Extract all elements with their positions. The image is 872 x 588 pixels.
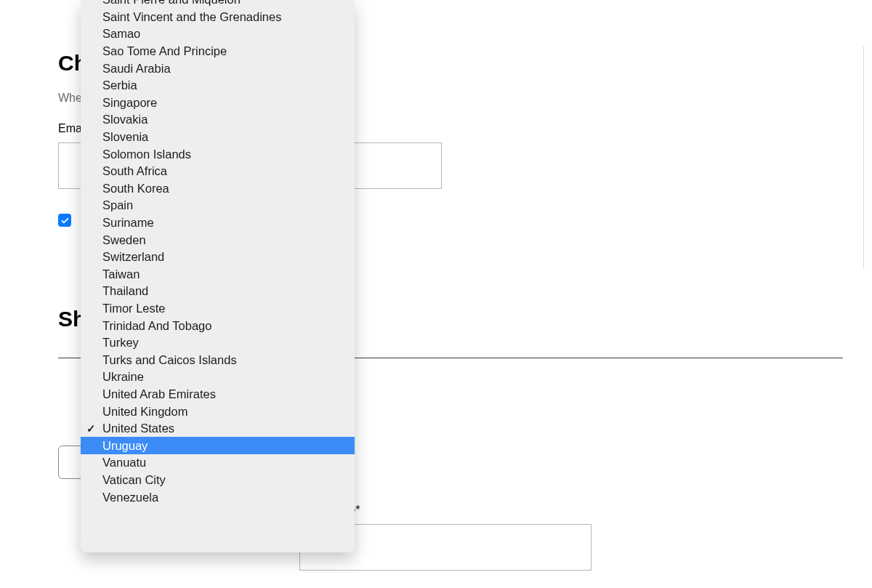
country-option[interactable]: Switzerland [81, 249, 355, 266]
country-option[interactable]: Samao [81, 25, 355, 43]
country-option[interactable]: Sao Tome And Principe [81, 43, 355, 60]
country-option-label: Solomon Islands [102, 148, 191, 161]
country-option[interactable]: Serbia [81, 77, 355, 94]
country-option-label: Singapore [102, 96, 157, 110]
country-option[interactable]: United Arab Emirates [81, 386, 355, 403]
country-option[interactable]: Ukraine [81, 368, 355, 386]
country-option-label: Suriname [102, 216, 154, 230]
country-option-label: Trinidad And Tobago [102, 319, 211, 333]
vertical-divider [863, 47, 864, 269]
country-option-label: Turks and Caicos Islands [102, 353, 237, 367]
country-option-label: Thailand [102, 284, 148, 298]
check-icon [60, 216, 70, 225]
country-option[interactable]: United Kingdom [81, 403, 355, 420]
country-option[interactable]: South Africa [81, 163, 355, 180]
country-option-label: United Kingdom [102, 405, 187, 419]
country-option[interactable]: Saudi Arabia [81, 60, 355, 77]
country-option-label: United States [102, 422, 174, 435]
country-option[interactable]: Vatican City [81, 472, 355, 489]
country-option-label: Sweden [102, 233, 146, 247]
country-option[interactable]: Turkey [81, 334, 355, 352]
country-option-label: South Africa [102, 164, 167, 178]
country-option-label: Saint Pierre and Miquelon [102, 0, 241, 7]
country-option-label: Switzerland [102, 250, 164, 264]
country-option-label: Vatican City [102, 473, 166, 487]
country-option-label: Spain [102, 198, 133, 212]
country-option-label: Vanuatu [102, 456, 146, 470]
country-option-label: Uruguay [102, 439, 148, 453]
country-option[interactable]: Timor Leste [81, 300, 355, 318]
country-option[interactable]: Solomon Islands [81, 145, 355, 163]
country-option[interactable]: Saint Pierre and Miquelon [81, 0, 355, 9]
country-option-label: Sao Tome And Principe [102, 44, 227, 58]
country-option-label: Saudi Arabia [102, 62, 171, 76]
country-option-label: Ukraine [102, 370, 144, 384]
country-option[interactable]: Vanuatu [81, 454, 355, 472]
country-option-label: Timor Leste [102, 302, 166, 315]
country-option[interactable]: Thailand [81, 283, 355, 300]
newsletter-checkbox[interactable] [58, 214, 71, 227]
country-option[interactable]: Uruguay [81, 437, 355, 454]
check-icon: ✓ [86, 422, 96, 435]
country-option-label: Taiwan [102, 267, 140, 281]
country-option[interactable]: Slovakia [81, 111, 355, 129]
country-option-label: Slovenia [102, 130, 148, 144]
country-option[interactable]: South Korea [81, 180, 355, 198]
country-option[interactable]: Suriname [81, 214, 355, 232]
country-option-label: Serbia [102, 78, 137, 92]
country-option[interactable]: Slovenia [81, 129, 355, 146]
country-option[interactable]: Taiwan [81, 266, 355, 283]
country-option-label: Saint Vincent and the Grenadines [102, 10, 281, 24]
country-option-label: Venezuela [102, 491, 158, 504]
country-option-label: Samao [102, 27, 140, 41]
country-option[interactable]: Spain [81, 197, 355, 214]
country-option-label: Turkey [102, 336, 139, 350]
country-option[interactable]: Venezuela [81, 488, 355, 506]
country-option-label: Slovakia [102, 113, 148, 126]
country-option[interactable]: ✓United States [81, 420, 355, 438]
country-option[interactable]: Trinidad And Tobago [81, 317, 355, 334]
country-option[interactable]: Turks and Caicos Islands [81, 351, 355, 368]
country-dropdown[interactable]: Saint Pierre and MiquelonSaint Vincent a… [81, 0, 355, 552]
country-option[interactable]: Sweden [81, 231, 355, 249]
country-option[interactable]: Saint Vincent and the Grenadines [81, 9, 355, 26]
country-option-label: United Arab Emirates [102, 387, 216, 401]
country-option[interactable]: Singapore [81, 94, 355, 112]
country-option-label: South Korea [102, 182, 169, 196]
